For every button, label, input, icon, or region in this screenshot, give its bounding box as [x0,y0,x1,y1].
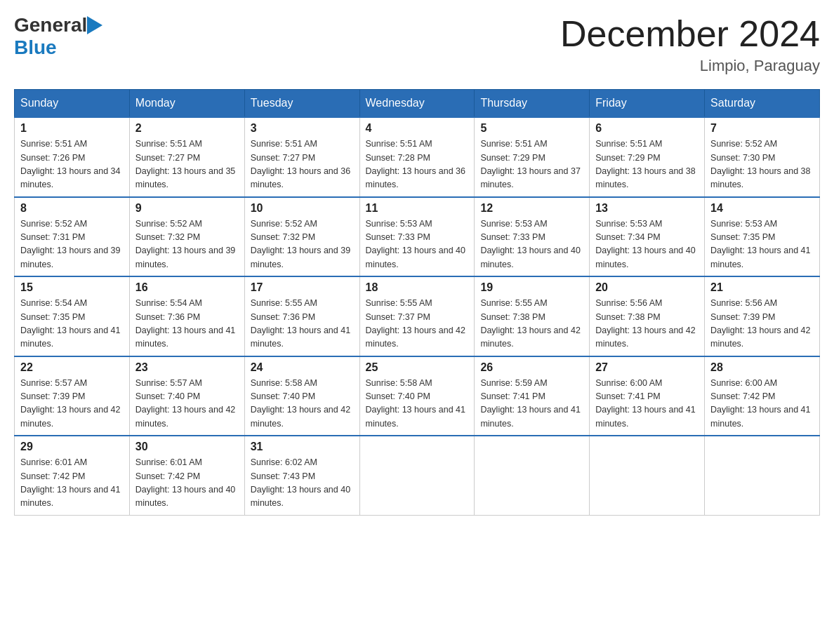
header-row: SundayMondayTuesdayWednesdayThursdayFrid… [15,90,820,118]
day-number: 23 [135,361,239,374]
day-number: 11 [366,202,469,215]
calendar-day-cell: 4 Sunrise: 5:51 AMSunset: 7:28 PMDayligh… [359,117,475,197]
calendar-day-cell: 23 Sunrise: 5:57 AMSunset: 7:40 PMDaylig… [129,356,244,436]
day-number: 18 [366,281,469,294]
day-info: Sunrise: 6:02 AMSunset: 7:43 PMDaylight:… [251,457,350,508]
day-number: 27 [595,361,699,374]
calendar-day-cell: 24 Sunrise: 5:58 AMSunset: 7:40 PMDaylig… [244,356,359,436]
page-header: General Blue December 2024 Limpio, Parag… [14,14,820,75]
day-info: Sunrise: 5:51 AMSunset: 7:29 PMDaylight:… [480,139,580,189]
calendar-day-cell: 15 Sunrise: 5:54 AMSunset: 7:35 PMDaylig… [15,276,130,356]
day-info: Sunrise: 6:00 AMSunset: 7:42 PMDaylight:… [710,378,810,429]
logo: General Blue [14,14,102,59]
day-number: 25 [366,361,469,374]
day-info: Sunrise: 5:55 AMSunset: 7:37 PMDaylight:… [366,298,465,349]
day-number: 9 [135,202,239,215]
calendar-day-cell [590,436,705,515]
day-number: 17 [251,281,354,294]
day-number: 7 [710,122,814,135]
day-number: 1 [20,122,124,135]
calendar-week-row: 15 Sunrise: 5:54 AMSunset: 7:35 PMDaylig… [15,276,820,356]
day-number: 24 [251,361,354,374]
day-number: 10 [251,202,354,215]
day-number: 21 [710,281,814,294]
day-info: Sunrise: 5:52 AMSunset: 7:31 PMDaylight:… [20,219,120,269]
weekday-header: Saturday [705,90,820,118]
day-info: Sunrise: 5:54 AMSunset: 7:35 PMDaylight:… [20,298,120,349]
calendar-day-cell: 2 Sunrise: 5:51 AMSunset: 7:27 PMDayligh… [129,117,244,197]
svg-marker-0 [87,16,102,34]
day-number: 3 [251,122,354,135]
day-info: Sunrise: 5:51 AMSunset: 7:27 PMDaylight:… [135,139,235,189]
calendar-day-cell: 26 Sunrise: 5:59 AMSunset: 7:41 PMDaylig… [475,356,590,436]
calendar-day-cell: 7 Sunrise: 5:52 AMSunset: 7:30 PMDayligh… [705,117,820,197]
calendar-table: SundayMondayTuesdayWednesdayThursdayFrid… [14,89,820,516]
day-info: Sunrise: 6:00 AMSunset: 7:41 PMDaylight:… [595,378,695,429]
calendar-day-cell [359,436,475,515]
calendar-week-row: 29 Sunrise: 6:01 AMSunset: 7:42 PMDaylig… [15,436,820,515]
calendar-day-cell: 8 Sunrise: 5:52 AMSunset: 7:31 PMDayligh… [15,197,130,277]
calendar-week-row: 1 Sunrise: 5:51 AMSunset: 7:26 PMDayligh… [15,117,820,197]
calendar-day-cell: 9 Sunrise: 5:52 AMSunset: 7:32 PMDayligh… [129,197,244,277]
day-info: Sunrise: 5:54 AMSunset: 7:36 PMDaylight:… [135,298,235,349]
day-number: 4 [366,122,469,135]
calendar-day-cell: 20 Sunrise: 5:56 AMSunset: 7:38 PMDaylig… [590,276,705,356]
day-info: Sunrise: 6:01 AMSunset: 7:42 PMDaylight:… [135,457,235,508]
day-info: Sunrise: 5:57 AMSunset: 7:40 PMDaylight:… [135,378,235,429]
calendar-day-cell: 6 Sunrise: 5:51 AMSunset: 7:29 PMDayligh… [590,117,705,197]
calendar-day-cell: 29 Sunrise: 6:01 AMSunset: 7:42 PMDaylig… [15,436,130,515]
day-info: Sunrise: 5:58 AMSunset: 7:40 PMDaylight:… [366,378,465,429]
calendar-day-cell: 11 Sunrise: 5:53 AMSunset: 7:33 PMDaylig… [359,197,475,277]
calendar-day-cell: 1 Sunrise: 5:51 AMSunset: 7:26 PMDayligh… [15,117,130,197]
day-info: Sunrise: 5:51 AMSunset: 7:26 PMDaylight:… [20,139,120,189]
day-info: Sunrise: 5:55 AMSunset: 7:36 PMDaylight:… [251,298,350,349]
day-number: 31 [251,441,354,453]
calendar-day-cell: 19 Sunrise: 5:55 AMSunset: 7:38 PMDaylig… [475,276,590,356]
day-info: Sunrise: 5:56 AMSunset: 7:39 PMDaylight:… [710,298,810,349]
day-info: Sunrise: 5:53 AMSunset: 7:33 PMDaylight:… [366,219,465,269]
day-number: 16 [135,281,239,294]
day-info: Sunrise: 5:59 AMSunset: 7:41 PMDaylight:… [480,378,580,429]
calendar-day-cell [705,436,820,515]
weekday-header: Monday [129,90,244,118]
calendar-week-row: 22 Sunrise: 5:57 AMSunset: 7:39 PMDaylig… [15,356,820,436]
day-number: 6 [595,122,699,135]
day-info: Sunrise: 5:58 AMSunset: 7:40 PMDaylight:… [251,378,350,429]
day-number: 28 [710,361,814,374]
logo-blue-text: Blue [14,36,57,58]
calendar-day-cell: 17 Sunrise: 5:55 AMSunset: 7:36 PMDaylig… [244,276,359,356]
day-number: 29 [20,441,124,453]
calendar-day-cell: 22 Sunrise: 5:57 AMSunset: 7:39 PMDaylig… [15,356,130,436]
day-number: 15 [20,281,124,294]
day-info: Sunrise: 5:53 AMSunset: 7:35 PMDaylight:… [710,219,810,269]
day-info: Sunrise: 5:57 AMSunset: 7:39 PMDaylight:… [20,378,120,429]
calendar-day-cell: 31 Sunrise: 6:02 AMSunset: 7:43 PMDaylig… [244,436,359,515]
calendar-day-cell: 13 Sunrise: 5:53 AMSunset: 7:34 PMDaylig… [590,197,705,277]
day-info: Sunrise: 5:52 AMSunset: 7:32 PMDaylight:… [135,219,235,269]
calendar-title: December 2024 [560,14,820,54]
calendar-subtitle: Limpio, Paraguay [560,57,820,75]
calendar-day-cell: 28 Sunrise: 6:00 AMSunset: 7:42 PMDaylig… [705,356,820,436]
day-info: Sunrise: 5:53 AMSunset: 7:33 PMDaylight:… [480,219,580,269]
day-number: 14 [710,202,814,215]
day-number: 20 [595,281,699,294]
day-number: 2 [135,122,239,135]
day-number: 13 [595,202,699,215]
weekday-header: Friday [590,90,705,118]
calendar-day-cell [475,436,590,515]
calendar-day-cell: 3 Sunrise: 5:51 AMSunset: 7:27 PMDayligh… [244,117,359,197]
logo-arrow-icon [87,16,102,34]
calendar-day-cell: 27 Sunrise: 6:00 AMSunset: 7:41 PMDaylig… [590,356,705,436]
day-info: Sunrise: 5:53 AMSunset: 7:34 PMDaylight:… [595,219,695,269]
day-info: Sunrise: 5:51 AMSunset: 7:28 PMDaylight:… [366,139,465,189]
calendar-day-cell: 10 Sunrise: 5:52 AMSunset: 7:32 PMDaylig… [244,197,359,277]
day-number: 30 [135,441,239,453]
day-info: Sunrise: 5:51 AMSunset: 7:27 PMDaylight:… [251,139,350,189]
day-info: Sunrise: 5:51 AMSunset: 7:29 PMDaylight:… [595,139,695,189]
day-number: 12 [480,202,583,215]
logo-general-text: General [14,14,87,36]
calendar-day-cell: 12 Sunrise: 5:53 AMSunset: 7:33 PMDaylig… [475,197,590,277]
day-info: Sunrise: 6:01 AMSunset: 7:42 PMDaylight:… [20,457,120,508]
calendar-week-row: 8 Sunrise: 5:52 AMSunset: 7:31 PMDayligh… [15,197,820,277]
day-number: 26 [480,361,583,374]
